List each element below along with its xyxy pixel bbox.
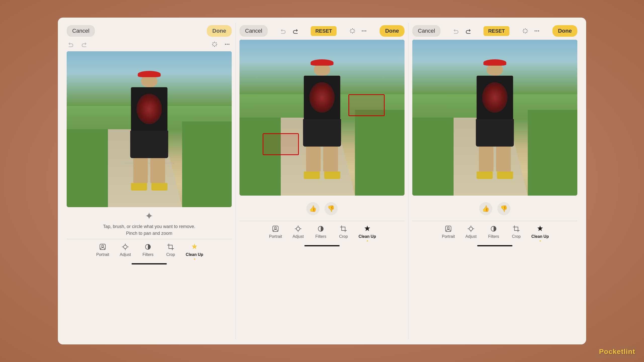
redo-button[interactable] [79, 40, 88, 49]
portrait-icon-3 [445, 224, 452, 233]
cleanup-label-3: Clean Up [531, 234, 549, 239]
undo-button-2[interactable] [279, 26, 288, 35]
panel-3-photo [412, 40, 577, 196]
svg-line-25 [353, 32, 354, 33]
thumbs-down-button-3[interactable]: 👎 [497, 202, 510, 215]
adjust-icon-3 [467, 224, 475, 233]
tool-crop-2[interactable]: Crop [333, 223, 353, 243]
panel-3-person [450, 63, 540, 188]
svg-line-24 [350, 29, 351, 30]
svg-point-30 [365, 30, 366, 31]
panel-3-home-indicator [477, 245, 512, 246]
svg-line-5 [216, 45, 216, 46]
cleanup-label-1: Clean Up [186, 252, 203, 257]
tool-cleanup-1[interactable]: Clean Up [183, 241, 206, 261]
panel-1-done-button[interactable]: Done [207, 25, 232, 37]
adjust-label-1: Adjust [120, 252, 131, 257]
svg-line-45 [526, 32, 527, 33]
svg-line-7 [213, 45, 214, 46]
thumbs-up-button-2[interactable]: 👍 [306, 202, 319, 215]
selection-box-top [348, 94, 385, 116]
panel-2-cancel-button[interactable]: Cancel [239, 25, 268, 37]
svg-marker-59 [537, 225, 543, 231]
redo-button-3[interactable] [463, 26, 472, 35]
wand-button-1[interactable] [210, 40, 219, 49]
adjust-icon-1 [122, 242, 129, 251]
crop-label-3: Crop [512, 234, 521, 239]
thumbs-down-button-2[interactable]: 👎 [325, 202, 338, 215]
panel-1-top-bar: Cancel Done [67, 25, 232, 37]
instruction-text: Tap, brush, or circle what you want to r… [103, 223, 195, 237]
more-button-2[interactable] [359, 26, 369, 35]
more-button-1[interactable] [223, 40, 232, 49]
tool-portrait-2[interactable]: Portrait [265, 223, 286, 243]
panel-1-person [104, 75, 195, 199]
tool-crop-3[interactable]: Crop [506, 223, 526, 243]
panel-3: Cancel RESET [409, 23, 581, 339]
crop-icon-1 [167, 242, 174, 251]
tool-portrait-3[interactable]: Portrait [438, 223, 458, 243]
brush-icon: ✦ [145, 210, 153, 222]
portrait-label-3: Portrait [442, 234, 455, 239]
svg-marker-19 [192, 244, 197, 249]
cleanup-icon-1 [191, 242, 198, 251]
wand-button-3[interactable] [521, 26, 530, 35]
svg-line-4 [213, 42, 214, 43]
thumbs-up-button-3[interactable]: 👍 [479, 202, 492, 215]
panel-1-cancel-button[interactable]: Cancel [67, 25, 95, 37]
tool-cleanup-3[interactable]: Clean Up [529, 223, 551, 243]
crop-label-1: Crop [166, 252, 175, 257]
panel-3-cancel-button[interactable]: Cancel [412, 25, 440, 37]
svg-point-10 [228, 44, 229, 45]
panel-1-icon-bar [67, 40, 232, 49]
panel-3-reset-button[interactable]: RESET [484, 26, 509, 36]
crop-icon-3 [512, 224, 520, 233]
panel-1-toolbar: Portrait Adjust [67, 239, 232, 262]
undo-button-3[interactable] [452, 26, 461, 35]
filters-icon-1 [144, 242, 152, 251]
adjust-icon-2 [294, 224, 302, 233]
panel-3-top-bar: Cancel RESET [412, 25, 577, 37]
panel-2-done-button[interactable]: Done [380, 25, 405, 37]
panel-3-photo-bg [412, 40, 577, 196]
tool-adjust-3[interactable]: Adjust [461, 223, 481, 243]
panel-2-person [277, 63, 368, 188]
redo-button-2[interactable] [291, 26, 300, 35]
svg-point-8 [225, 44, 226, 45]
panel-2-reset-button[interactable]: RESET [311, 26, 337, 36]
panel-1-home-indicator [132, 263, 167, 264]
svg-marker-39 [365, 225, 370, 231]
panel-3-toolbar: Portrait Adjust [412, 221, 577, 244]
tool-adjust-1[interactable]: Adjust [115, 241, 135, 261]
main-container: Cancel Done [58, 18, 586, 344]
svg-point-48 [535, 30, 536, 31]
filters-icon-3 [490, 224, 497, 233]
panel-1: Cancel Done [63, 23, 236, 339]
svg-point-13 [124, 245, 127, 249]
undo-button[interactable] [67, 40, 76, 49]
tool-crop-1[interactable]: Crop [160, 241, 181, 261]
svg-line-46 [526, 29, 527, 30]
svg-line-27 [350, 32, 351, 33]
tool-filters-3[interactable]: Filters [484, 223, 504, 243]
crop-icon-2 [340, 224, 347, 233]
svg-point-29 [364, 30, 365, 31]
panel-1-photo [67, 51, 232, 207]
tool-cleanup-2[interactable]: Clean Up [356, 223, 378, 243]
panel-2: Cancel RESET [236, 23, 409, 339]
svg-point-33 [296, 227, 300, 231]
panel-3-done-button[interactable]: Done [552, 25, 577, 37]
selection-box-bottom [263, 133, 299, 155]
portrait-label-1: Portrait [96, 252, 109, 257]
wand-button-2[interactable] [348, 26, 357, 35]
panel-1-right-icons [210, 40, 232, 49]
adjust-label-2: Adjust [293, 234, 304, 239]
more-button-3[interactable] [532, 26, 541, 35]
tool-portrait-1[interactable]: Portrait [93, 241, 113, 261]
tool-adjust-2[interactable]: Adjust [288, 223, 308, 243]
crop-label-2: Crop [339, 234, 348, 239]
svg-line-44 [523, 29, 524, 30]
cleanup-label-2: Clean Up [358, 234, 376, 239]
tool-filters-1[interactable]: Filters [138, 241, 158, 261]
tool-filters-2[interactable]: Filters [311, 223, 331, 243]
